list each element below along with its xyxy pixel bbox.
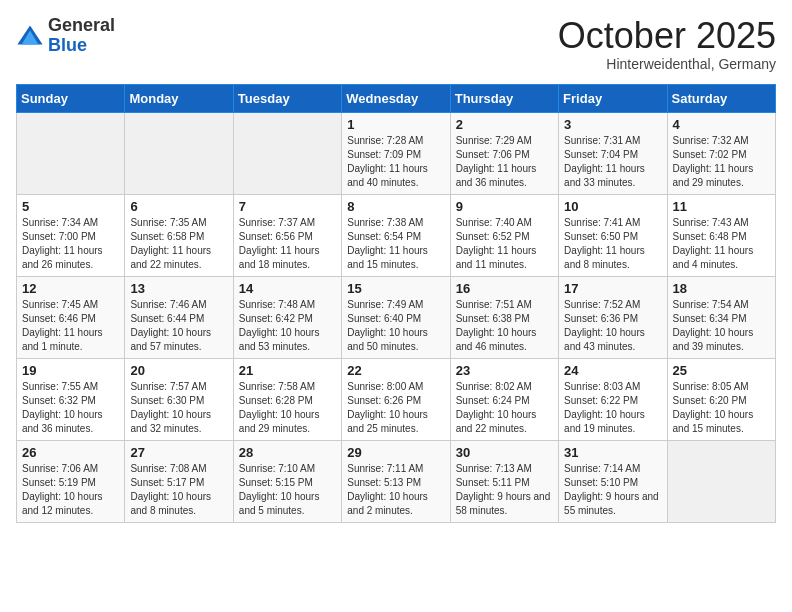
logo-blue: Blue bbox=[48, 36, 115, 56]
calendar-cell: 22Sunrise: 8:00 AM Sunset: 6:26 PM Dayli… bbox=[342, 358, 450, 440]
day-number: 13 bbox=[130, 281, 227, 296]
day-number: 28 bbox=[239, 445, 336, 460]
cell-content: Sunrise: 7:51 AM Sunset: 6:38 PM Dayligh… bbox=[456, 298, 553, 354]
cell-content: Sunrise: 7:31 AM Sunset: 7:04 PM Dayligh… bbox=[564, 134, 661, 190]
cell-content: Sunrise: 7:13 AM Sunset: 5:11 PM Dayligh… bbox=[456, 462, 553, 518]
logo-text: General Blue bbox=[48, 16, 115, 56]
calendar-cell: 4Sunrise: 7:32 AM Sunset: 7:02 PM Daylig… bbox=[667, 112, 775, 194]
day-number: 4 bbox=[673, 117, 770, 132]
cell-content: Sunrise: 7:41 AM Sunset: 6:50 PM Dayligh… bbox=[564, 216, 661, 272]
cell-content: Sunrise: 7:11 AM Sunset: 5:13 PM Dayligh… bbox=[347, 462, 444, 518]
cell-content: Sunrise: 7:57 AM Sunset: 6:30 PM Dayligh… bbox=[130, 380, 227, 436]
cell-content: Sunrise: 7:58 AM Sunset: 6:28 PM Dayligh… bbox=[239, 380, 336, 436]
day-number: 9 bbox=[456, 199, 553, 214]
calendar-cell: 16Sunrise: 7:51 AM Sunset: 6:38 PM Dayli… bbox=[450, 276, 558, 358]
day-header-friday: Friday bbox=[559, 84, 667, 112]
calendar-cell: 13Sunrise: 7:46 AM Sunset: 6:44 PM Dayli… bbox=[125, 276, 233, 358]
cell-content: Sunrise: 7:54 AM Sunset: 6:34 PM Dayligh… bbox=[673, 298, 770, 354]
calendar-cell: 24Sunrise: 8:03 AM Sunset: 6:22 PM Dayli… bbox=[559, 358, 667, 440]
day-number: 11 bbox=[673, 199, 770, 214]
calendar-cell: 7Sunrise: 7:37 AM Sunset: 6:56 PM Daylig… bbox=[233, 194, 341, 276]
cell-content: Sunrise: 8:02 AM Sunset: 6:24 PM Dayligh… bbox=[456, 380, 553, 436]
day-number: 21 bbox=[239, 363, 336, 378]
calendar-cell: 5Sunrise: 7:34 AM Sunset: 7:00 PM Daylig… bbox=[17, 194, 125, 276]
calendar-cell: 17Sunrise: 7:52 AM Sunset: 6:36 PM Dayli… bbox=[559, 276, 667, 358]
day-number: 3 bbox=[564, 117, 661, 132]
day-number: 8 bbox=[347, 199, 444, 214]
cell-content: Sunrise: 7:14 AM Sunset: 5:10 PM Dayligh… bbox=[564, 462, 661, 518]
calendar-cell: 21Sunrise: 7:58 AM Sunset: 6:28 PM Dayli… bbox=[233, 358, 341, 440]
day-header-wednesday: Wednesday bbox=[342, 84, 450, 112]
cell-content: Sunrise: 7:55 AM Sunset: 6:32 PM Dayligh… bbox=[22, 380, 119, 436]
calendar-cell: 28Sunrise: 7:10 AM Sunset: 5:15 PM Dayli… bbox=[233, 440, 341, 522]
page-header: General Blue October 2025 Hinterweidenth… bbox=[16, 16, 776, 72]
day-number: 30 bbox=[456, 445, 553, 460]
logo: General Blue bbox=[16, 16, 115, 56]
week-row-1: 1Sunrise: 7:28 AM Sunset: 7:09 PM Daylig… bbox=[17, 112, 776, 194]
day-number: 23 bbox=[456, 363, 553, 378]
day-number: 6 bbox=[130, 199, 227, 214]
cell-content: Sunrise: 8:05 AM Sunset: 6:20 PM Dayligh… bbox=[673, 380, 770, 436]
cell-content: Sunrise: 7:08 AM Sunset: 5:17 PM Dayligh… bbox=[130, 462, 227, 518]
cell-content: Sunrise: 8:00 AM Sunset: 6:26 PM Dayligh… bbox=[347, 380, 444, 436]
cell-content: Sunrise: 7:29 AM Sunset: 7:06 PM Dayligh… bbox=[456, 134, 553, 190]
week-row-3: 12Sunrise: 7:45 AM Sunset: 6:46 PM Dayli… bbox=[17, 276, 776, 358]
day-number: 29 bbox=[347, 445, 444, 460]
logo-icon bbox=[16, 22, 44, 50]
logo-general: General bbox=[48, 16, 115, 36]
calendar-header-row: SundayMondayTuesdayWednesdayThursdayFrid… bbox=[17, 84, 776, 112]
calendar-cell: 30Sunrise: 7:13 AM Sunset: 5:11 PM Dayli… bbox=[450, 440, 558, 522]
week-row-5: 26Sunrise: 7:06 AM Sunset: 5:19 PM Dayli… bbox=[17, 440, 776, 522]
cell-content: Sunrise: 7:38 AM Sunset: 6:54 PM Dayligh… bbox=[347, 216, 444, 272]
day-header-tuesday: Tuesday bbox=[233, 84, 341, 112]
day-number: 24 bbox=[564, 363, 661, 378]
calendar-cell bbox=[125, 112, 233, 194]
calendar-table: SundayMondayTuesdayWednesdayThursdayFrid… bbox=[16, 84, 776, 523]
calendar-cell: 9Sunrise: 7:40 AM Sunset: 6:52 PM Daylig… bbox=[450, 194, 558, 276]
month-title: October 2025 bbox=[558, 16, 776, 56]
day-header-sunday: Sunday bbox=[17, 84, 125, 112]
calendar-cell: 18Sunrise: 7:54 AM Sunset: 6:34 PM Dayli… bbox=[667, 276, 775, 358]
calendar-cell: 26Sunrise: 7:06 AM Sunset: 5:19 PM Dayli… bbox=[17, 440, 125, 522]
week-row-4: 19Sunrise: 7:55 AM Sunset: 6:32 PM Dayli… bbox=[17, 358, 776, 440]
day-header-thursday: Thursday bbox=[450, 84, 558, 112]
day-number: 18 bbox=[673, 281, 770, 296]
calendar-cell: 6Sunrise: 7:35 AM Sunset: 6:58 PM Daylig… bbox=[125, 194, 233, 276]
cell-content: Sunrise: 7:48 AM Sunset: 6:42 PM Dayligh… bbox=[239, 298, 336, 354]
cell-content: Sunrise: 7:10 AM Sunset: 5:15 PM Dayligh… bbox=[239, 462, 336, 518]
day-number: 2 bbox=[456, 117, 553, 132]
day-number: 31 bbox=[564, 445, 661, 460]
cell-content: Sunrise: 7:46 AM Sunset: 6:44 PM Dayligh… bbox=[130, 298, 227, 354]
location-subtitle: Hinterweidenthal, Germany bbox=[558, 56, 776, 72]
cell-content: Sunrise: 7:49 AM Sunset: 6:40 PM Dayligh… bbox=[347, 298, 444, 354]
calendar-cell: 11Sunrise: 7:43 AM Sunset: 6:48 PM Dayli… bbox=[667, 194, 775, 276]
calendar-cell: 14Sunrise: 7:48 AM Sunset: 6:42 PM Dayli… bbox=[233, 276, 341, 358]
day-number: 27 bbox=[130, 445, 227, 460]
day-number: 7 bbox=[239, 199, 336, 214]
calendar-cell: 19Sunrise: 7:55 AM Sunset: 6:32 PM Dayli… bbox=[17, 358, 125, 440]
cell-content: Sunrise: 7:28 AM Sunset: 7:09 PM Dayligh… bbox=[347, 134, 444, 190]
calendar-cell bbox=[233, 112, 341, 194]
day-number: 10 bbox=[564, 199, 661, 214]
calendar-cell: 31Sunrise: 7:14 AM Sunset: 5:10 PM Dayli… bbox=[559, 440, 667, 522]
calendar-cell: 10Sunrise: 7:41 AM Sunset: 6:50 PM Dayli… bbox=[559, 194, 667, 276]
day-number: 26 bbox=[22, 445, 119, 460]
day-number: 25 bbox=[673, 363, 770, 378]
day-number: 14 bbox=[239, 281, 336, 296]
day-number: 16 bbox=[456, 281, 553, 296]
day-number: 12 bbox=[22, 281, 119, 296]
cell-content: Sunrise: 7:35 AM Sunset: 6:58 PM Dayligh… bbox=[130, 216, 227, 272]
cell-content: Sunrise: 7:40 AM Sunset: 6:52 PM Dayligh… bbox=[456, 216, 553, 272]
title-block: October 2025 Hinterweidenthal, Germany bbox=[558, 16, 776, 72]
calendar-cell: 12Sunrise: 7:45 AM Sunset: 6:46 PM Dayli… bbox=[17, 276, 125, 358]
day-header-saturday: Saturday bbox=[667, 84, 775, 112]
week-row-2: 5Sunrise: 7:34 AM Sunset: 7:00 PM Daylig… bbox=[17, 194, 776, 276]
calendar-cell: 29Sunrise: 7:11 AM Sunset: 5:13 PM Dayli… bbox=[342, 440, 450, 522]
calendar-cell: 20Sunrise: 7:57 AM Sunset: 6:30 PM Dayli… bbox=[125, 358, 233, 440]
day-number: 20 bbox=[130, 363, 227, 378]
calendar-cell: 1Sunrise: 7:28 AM Sunset: 7:09 PM Daylig… bbox=[342, 112, 450, 194]
cell-content: Sunrise: 7:32 AM Sunset: 7:02 PM Dayligh… bbox=[673, 134, 770, 190]
cell-content: Sunrise: 7:45 AM Sunset: 6:46 PM Dayligh… bbox=[22, 298, 119, 354]
calendar-cell: 25Sunrise: 8:05 AM Sunset: 6:20 PM Dayli… bbox=[667, 358, 775, 440]
day-number: 22 bbox=[347, 363, 444, 378]
